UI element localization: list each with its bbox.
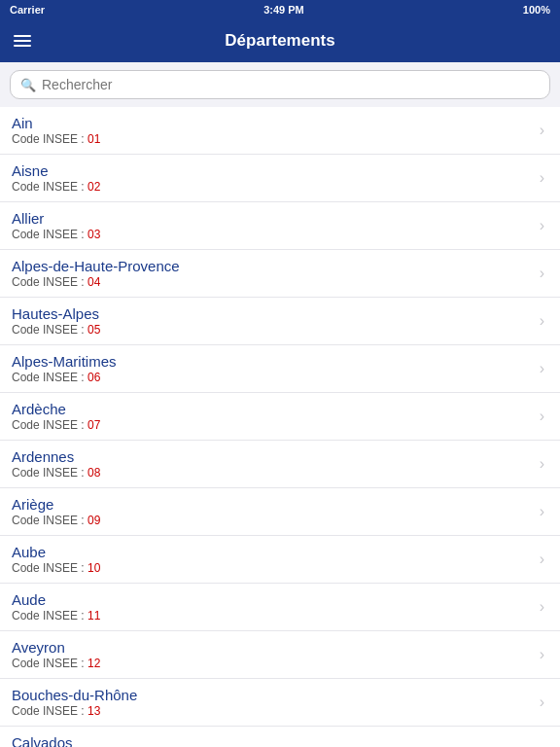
department-code-row: Code INSEE : 03 <box>12 228 100 241</box>
department-code-row: Code INSEE : 09 <box>12 514 100 527</box>
list-item[interactable]: AinCode INSEE : 01› <box>0 107 560 155</box>
chevron-right-icon: › <box>540 455 544 473</box>
department-name: Ariège <box>12 496 100 513</box>
department-code-number: 06 <box>88 371 100 384</box>
list-item[interactable]: AubeCode INSEE : 10› <box>0 536 560 584</box>
department-name: Ain <box>12 115 100 131</box>
department-code-row: Code INSEE : 07 <box>12 418 100 432</box>
list-item[interactable]: ArdennesCode INSEE : 08› <box>0 441 560 488</box>
department-name: Aisne <box>12 162 100 179</box>
department-name: Allier <box>12 210 100 227</box>
department-name: Bouches-du-Rhône <box>12 687 137 703</box>
department-code-row: Code INSEE : 04 <box>12 275 180 289</box>
department-code-number: 02 <box>88 180 100 194</box>
department-code-row: Code INSEE : 13 <box>12 704 137 718</box>
department-name: Ardennes <box>12 448 100 465</box>
time-label: 3:49 PM <box>263 4 304 16</box>
department-name: Alpes-de-Haute-Provence <box>12 258 180 274</box>
page-title: Départements <box>225 31 334 51</box>
department-name: Hautes-Alpes <box>12 305 100 322</box>
department-code-row: Code INSEE : 01 <box>12 132 100 146</box>
chevron-right-icon: › <box>540 265 544 282</box>
department-name: Calvados <box>12 734 100 747</box>
department-name: Ardèche <box>12 401 100 417</box>
chevron-right-icon: › <box>540 551 544 568</box>
search-bar[interactable]: 🔍 <box>10 70 550 99</box>
department-code-number: 13 <box>88 704 100 718</box>
chevron-right-icon: › <box>540 503 544 520</box>
list-item[interactable]: Hautes-AlpesCode INSEE : 05› <box>0 298 560 345</box>
list-item[interactable]: Alpes-MaritimesCode INSEE : 06› <box>0 345 560 393</box>
department-code-row: Code INSEE : 02 <box>12 180 100 194</box>
status-bar: Carrier 3:49 PM 100% <box>0 0 560 19</box>
department-code-number: 09 <box>88 514 100 527</box>
department-code-row: Code INSEE : 08 <box>12 466 100 480</box>
department-code-row: Code INSEE : 10 <box>12 561 100 575</box>
department-code-row: Code INSEE : 05 <box>12 323 100 337</box>
list-item[interactable]: AriègeCode INSEE : 09› <box>0 488 560 536</box>
search-container: 🔍 <box>0 62 560 107</box>
department-code-number: 08 <box>88 466 100 480</box>
nav-bar: Départements <box>0 19 560 62</box>
battery-label: 100% <box>523 4 550 16</box>
department-name: Aude <box>12 591 100 608</box>
chevron-right-icon: › <box>540 360 544 377</box>
search-icon: 🔍 <box>20 78 36 92</box>
menu-button[interactable] <box>14 35 31 47</box>
department-code-number: 04 <box>88 275 100 289</box>
department-name: Aveyron <box>12 639 100 656</box>
department-code-number: 11 <box>88 609 100 622</box>
department-name: Aube <box>12 544 100 560</box>
list-item[interactable]: AveyronCode INSEE : 12› <box>0 631 560 679</box>
list-item[interactable]: AudeCode INSEE : 11› <box>0 584 560 631</box>
list-item[interactable]: Alpes-de-Haute-ProvenceCode INSEE : 04› <box>0 250 560 298</box>
department-code-row: Code INSEE : 12 <box>12 657 100 670</box>
department-list: AinCode INSEE : 01›AisneCode INSEE : 02›… <box>0 107 560 747</box>
department-code-number: 10 <box>88 561 100 575</box>
department-code-row: Code INSEE : 06 <box>12 371 117 384</box>
menu-icon <box>14 40 31 42</box>
chevron-right-icon: › <box>540 646 544 663</box>
chevron-right-icon: › <box>540 694 544 711</box>
department-code-number: 12 <box>88 657 100 670</box>
search-input[interactable] <box>42 77 540 92</box>
list-item[interactable]: ArdècheCode INSEE : 07› <box>0 393 560 441</box>
department-code-number: 03 <box>88 228 100 241</box>
chevron-right-icon: › <box>540 312 544 330</box>
chevron-right-icon: › <box>540 598 544 616</box>
list-item[interactable]: AisneCode INSEE : 02› <box>0 155 560 202</box>
chevron-right-icon: › <box>540 217 544 234</box>
department-code-number: 05 <box>88 323 100 337</box>
department-code-row: Code INSEE : 11 <box>12 609 100 622</box>
chevron-right-icon: › <box>540 122 544 139</box>
chevron-right-icon: › <box>540 169 544 187</box>
list-item[interactable]: Bouches-du-RhôneCode INSEE : 13› <box>0 679 560 727</box>
list-item[interactable]: CalvadosCode INSEE : 14› <box>0 727 560 747</box>
menu-icon <box>14 35 31 37</box>
department-name: Alpes-Maritimes <box>12 353 117 370</box>
chevron-right-icon: › <box>540 741 544 747</box>
department-code-number: 01 <box>88 132 100 146</box>
department-code-number: 07 <box>88 418 100 432</box>
list-item[interactable]: AllierCode INSEE : 03› <box>0 202 560 250</box>
chevron-right-icon: › <box>540 408 544 425</box>
menu-icon <box>14 45 31 47</box>
carrier-label: Carrier <box>10 4 45 16</box>
